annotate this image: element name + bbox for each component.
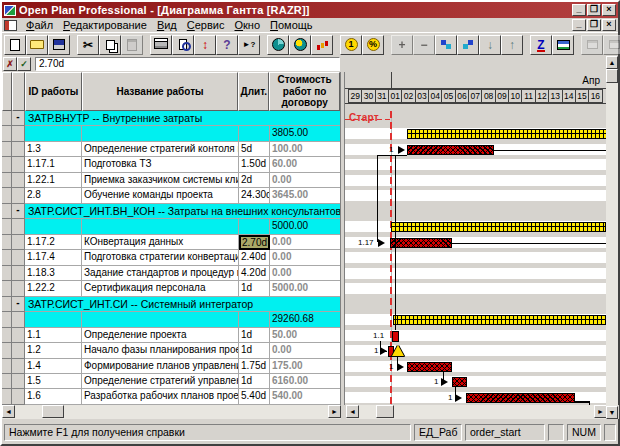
screen-view-button[interactable] bbox=[552, 35, 574, 55]
new-button[interactable] bbox=[4, 35, 26, 55]
cell-name[interactable]: Определение стратегий управления р bbox=[82, 374, 239, 389]
group-label[interactable]: ЗАТР.СИСТ_ИНТ.ВН_КОН -- Затраты на внешн… bbox=[25, 204, 341, 219]
cell-duration[interactable]: 5d bbox=[239, 142, 270, 157]
paste-button[interactable] bbox=[121, 35, 143, 55]
cell-id[interactable] bbox=[25, 126, 82, 141]
row-selector[interactable] bbox=[2, 328, 12, 343]
collapse-button[interactable]: - bbox=[12, 204, 25, 219]
cell-cost[interactable]: 0.00 bbox=[270, 173, 341, 188]
menu-file[interactable]: Файл bbox=[21, 19, 58, 31]
cell-duration[interactable]: 2d bbox=[239, 173, 270, 188]
collapse-button[interactable]: - bbox=[12, 111, 25, 126]
add-activity-button[interactable]: + bbox=[391, 35, 413, 55]
task-bar[interactable] bbox=[452, 377, 467, 387]
scroll-left-icon[interactable]: ◄ bbox=[346, 405, 359, 418]
group-label[interactable]: ЗАТР.СИСТ_ИНТ.СИ -- Системный интегратор bbox=[25, 297, 341, 312]
close-button[interactable]: × bbox=[602, 4, 616, 16]
sort-button[interactable]: ↕ bbox=[194, 35, 216, 55]
cell-name[interactable]: Подготовка ТЗ bbox=[82, 157, 239, 172]
scroll-up-icon[interactable]: ▲ bbox=[606, 56, 618, 69]
cell-id[interactable]: 1.17.1 bbox=[25, 157, 82, 172]
cell-edit-input[interactable]: 2.70d bbox=[35, 57, 340, 71]
document-icon[interactable] bbox=[4, 20, 17, 31]
task-bar[interactable] bbox=[390, 238, 452, 248]
cell-id[interactable]: 1.5 bbox=[25, 374, 82, 389]
cell-cost[interactable]: 540.00 bbox=[270, 389, 341, 404]
gantt-vscrollbar[interactable]: ▲ ▼ bbox=[606, 56, 618, 419]
child-restore-button[interactable]: ❐ bbox=[587, 19, 601, 31]
cell-cost[interactable]: 0.00 bbox=[270, 343, 341, 358]
row-selector[interactable] bbox=[2, 204, 12, 219]
cell-name[interactable]: Определение стратегий контоля и отч bbox=[82, 142, 239, 157]
menu-edit[interactable]: Редактирование bbox=[58, 19, 152, 31]
cell-cost[interactable]: 29260.68 bbox=[270, 312, 341, 327]
move-up-button[interactable]: ↑ bbox=[501, 35, 523, 55]
column-header[interactable]: ID работы bbox=[25, 72, 82, 111]
print-preview-button[interactable] bbox=[172, 35, 194, 55]
task-bar[interactable] bbox=[407, 362, 452, 372]
row-selector[interactable] bbox=[2, 297, 12, 312]
cell-id[interactable] bbox=[25, 219, 82, 234]
print-button[interactable] bbox=[150, 35, 172, 55]
cell-name[interactable]: КОнвертация данных bbox=[82, 235, 239, 250]
row-selector[interactable] bbox=[2, 173, 12, 188]
row-selector[interactable] bbox=[2, 142, 12, 157]
row-selector[interactable] bbox=[2, 157, 12, 172]
cell-id[interactable]: 1.17.4 bbox=[25, 250, 82, 265]
resource-analysis-button[interactable] bbox=[289, 35, 311, 55]
cell-cost[interactable]: 3805.00 bbox=[270, 126, 341, 141]
percent-view-button[interactable]: % bbox=[362, 35, 384, 55]
cell-cost[interactable]: 60.00 bbox=[270, 157, 341, 172]
cell-name[interactable]: Сертификация персонала bbox=[82, 281, 239, 296]
menu-service[interactable]: Сервис bbox=[182, 19, 230, 31]
row-selector[interactable] bbox=[2, 250, 12, 265]
cell-id[interactable]: 1.2 bbox=[25, 343, 82, 358]
scroll-left-icon[interactable]: ◄ bbox=[2, 405, 15, 418]
time-analysis-button[interactable] bbox=[267, 35, 289, 55]
summary-bar[interactable] bbox=[407, 129, 606, 139]
move-down-button[interactable]: ↓ bbox=[479, 35, 501, 55]
cell-duration[interactable]: 2.70d bbox=[239, 235, 270, 250]
cell-duration[interactable] bbox=[239, 126, 270, 141]
task-bar[interactable] bbox=[392, 331, 399, 342]
cell-duration[interactable]: 1d bbox=[239, 343, 270, 358]
group-label[interactable]: ЗАТР.ВНУТР -- Внутренние затраты bbox=[25, 111, 341, 126]
save-button[interactable] bbox=[48, 35, 70, 55]
milestone-icon[interactable] bbox=[392, 345, 404, 356]
task-bar[interactable] bbox=[466, 393, 575, 403]
copy-button[interactable] bbox=[99, 35, 121, 55]
cell-cost[interactable]: 5000.00 bbox=[270, 219, 341, 234]
scroll-right-icon[interactable]: ► bbox=[328, 405, 341, 418]
gantt-view-button[interactable]: Z bbox=[530, 35, 552, 55]
cell-id[interactable]: 1.6 bbox=[25, 389, 82, 404]
row-selector[interactable] bbox=[2, 188, 12, 203]
cell-cost[interactable]: 6160.00 bbox=[270, 374, 341, 389]
cell-name[interactable]: Начало фазы планирования проекта bbox=[82, 343, 239, 358]
table-hscroll-thumb[interactable] bbox=[42, 405, 64, 418]
context-help-button[interactable]: ►? bbox=[238, 35, 260, 55]
cell-duration[interactable]: 5.40d bbox=[239, 389, 270, 404]
menu-view[interactable]: Вид bbox=[152, 19, 182, 31]
child-close-button[interactable]: × bbox=[602, 19, 616, 31]
row-selector[interactable] bbox=[2, 111, 12, 126]
next-window-button[interactable] bbox=[603, 35, 620, 55]
cancel-edit-button[interactable]: ✗ bbox=[3, 57, 17, 71]
cell-duration[interactable]: 1.75d bbox=[239, 359, 270, 374]
cell-id[interactable]: 1.18.3 bbox=[25, 266, 82, 281]
cell-duration[interactable]: 4.20d bbox=[239, 266, 270, 281]
cell-id[interactable] bbox=[25, 312, 82, 327]
column-header[interactable]: Название работы bbox=[82, 72, 239, 111]
cell-name[interactable] bbox=[82, 219, 239, 234]
cell-name[interactable]: Задание стандартов и процедур по д bbox=[82, 266, 239, 281]
row-selector[interactable] bbox=[2, 359, 12, 374]
cell-cost[interactable]: 0.00 bbox=[270, 250, 341, 265]
help-button[interactable]: ? bbox=[216, 35, 238, 55]
cut-button[interactable]: ✂ bbox=[77, 35, 99, 55]
cell-duration[interactable] bbox=[239, 219, 270, 234]
cell-name[interactable]: Формирование планов управления bbox=[82, 359, 239, 374]
cell-id[interactable]: 1.22.2 bbox=[25, 281, 82, 296]
child-minimize-button[interactable]: _ bbox=[572, 19, 586, 31]
cell-id[interactable]: 1.17.2 bbox=[25, 235, 82, 250]
column-header[interactable]: Стоимость работ по договору bbox=[269, 72, 340, 111]
cell-name[interactable]: Подготовка стратегии конвертации bbox=[82, 250, 239, 265]
